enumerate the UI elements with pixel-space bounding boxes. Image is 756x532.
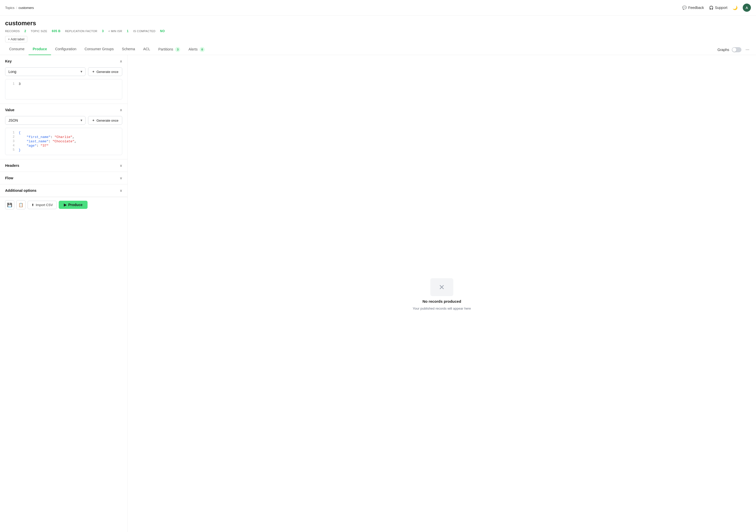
- additional-options-title: Additional options: [5, 189, 37, 192]
- feedback-label: Feedback: [688, 6, 704, 10]
- key-generate-once-button[interactable]: ✦ Generate once: [88, 67, 122, 76]
- tabs-right: Graphs ···: [717, 46, 751, 53]
- produce-icon: ▶: [64, 203, 67, 207]
- value-line-num-3: 3: [9, 139, 14, 143]
- page-header: customers RECORDS 2 TOPIC SIZE 605 B REP…: [0, 15, 756, 42]
- value-code-line-4: 4 "age": "37": [5, 143, 122, 148]
- value-generate-once-button[interactable]: ✦ Generate once: [88, 116, 122, 125]
- partitions-badge: 3: [175, 47, 180, 52]
- support-button[interactable]: 🎧 Support: [709, 6, 727, 10]
- value-line-num-1: 1: [9, 131, 14, 135]
- min-isr-label: < MIN ISR: [108, 30, 122, 33]
- value-section-title: Value: [5, 108, 14, 112]
- breadcrumb-current: customers: [18, 6, 34, 10]
- value-line-num-2: 2: [9, 135, 14, 139]
- key-code-line-1: 1 3: [5, 82, 122, 86]
- value-code-line-5: 5 }: [5, 148, 122, 152]
- support-icon: 🎧: [709, 6, 714, 10]
- add-label-button[interactable]: + Add label: [5, 36, 27, 42]
- value-line-content-1: {: [19, 131, 21, 135]
- save-button[interactable]: 💾: [5, 200, 14, 209]
- tab-consume[interactable]: Consume: [5, 44, 29, 55]
- headers-section: Headers ∨: [0, 159, 127, 172]
- additional-options-header[interactable]: Additional options ∨: [0, 184, 127, 197]
- value-line-content-3: "last_name": "Chocolate",: [19, 139, 76, 143]
- nav-right: 💬 Feedback 🎧 Support 🌙 A: [682, 4, 751, 12]
- flow-section-header[interactable]: Flow ∨: [0, 172, 127, 184]
- main-layout: Key ∧ Long String JSON Avro Protobuf Nul…: [0, 55, 756, 532]
- produce-button[interactable]: ▶ Produce: [59, 201, 88, 209]
- tabs: Consume Produce Configuration Consumer G…: [5, 44, 209, 55]
- more-options-button[interactable]: ···: [744, 46, 751, 53]
- value-line-content-4: "age": "37": [19, 144, 48, 148]
- import-csv-button[interactable]: ⬆ Import CSV: [28, 201, 57, 209]
- key-code-editor[interactable]: 1 3: [5, 79, 122, 99]
- tab-produce[interactable]: Produce: [29, 44, 51, 55]
- key-type-wrapper: Long String JSON Avro Protobuf Null ▼: [5, 67, 86, 76]
- alerts-badge: 0: [200, 47, 205, 52]
- value-section-header[interactable]: Value ∧: [0, 104, 127, 116]
- key-type-select[interactable]: Long String JSON Avro Protobuf Null: [5, 67, 86, 76]
- value-type-wrapper: JSON String Long Avro Protobuf Null ▼: [5, 116, 86, 125]
- value-line-num-5: 5: [9, 148, 14, 152]
- key-line-num-1: 1: [9, 82, 14, 86]
- value-type-select[interactable]: JSON String Long Avro Protobuf Null: [5, 116, 86, 125]
- topic-size-value: 605 B: [52, 29, 61, 33]
- avatar[interactable]: A: [743, 4, 751, 12]
- value-line-content-2: "first_name": "Charlie",: [19, 135, 74, 139]
- key-line-content-1: 3: [19, 82, 21, 86]
- add-label-text: + Add label: [8, 37, 24, 41]
- feedback-icon: 💬: [682, 6, 687, 10]
- is-compacted-value: NO: [160, 29, 165, 33]
- key-section-header[interactable]: Key ∧: [0, 55, 127, 67]
- support-label: Support: [715, 6, 727, 10]
- tab-partitions[interactable]: Partitions 3: [154, 44, 184, 55]
- tab-configuration[interactable]: Configuration: [51, 44, 80, 55]
- meta-row: RECORDS 2 TOPIC SIZE 605 B REPLICATION F…: [5, 29, 751, 33]
- tab-consumer-groups[interactable]: Consumer Groups: [80, 44, 118, 55]
- topic-size-label: TOPIC SIZE: [31, 30, 47, 33]
- records-value: 2: [24, 29, 26, 33]
- value-dropdown-row: JSON String Long Avro Protobuf Null ▼ ✦ …: [5, 116, 122, 125]
- headers-section-title: Headers: [5, 164, 19, 167]
- import-icon: ⬆: [31, 203, 34, 207]
- breadcrumb-parent[interactable]: Topics: [5, 6, 14, 10]
- right-panel: ✕ No records produced Your published rec…: [128, 55, 756, 532]
- key-generate-icon: ✦: [92, 70, 95, 74]
- key-section-body: Long String JSON Avro Protobuf Null ▼ ✦ …: [0, 67, 127, 104]
- no-records-title: No records produced: [422, 299, 461, 303]
- produce-label: Produce: [68, 203, 82, 207]
- tabs-row: Consume Produce Configuration Consumer G…: [0, 44, 756, 55]
- breadcrumb: Topics / customers: [5, 6, 34, 10]
- value-line-num-4: 4: [9, 144, 14, 147]
- feedback-button[interactable]: 💬 Feedback: [682, 6, 704, 10]
- key-chevron-icon: ∧: [120, 59, 122, 63]
- flow-section-title: Flow: [5, 176, 13, 180]
- value-generate-label: Generate once: [96, 118, 119, 122]
- records-label: RECORDS: [5, 30, 20, 33]
- key-section: Key ∧ Long String JSON Avro Protobuf Nul…: [0, 55, 127, 104]
- save-icon: 💾: [7, 202, 12, 207]
- copy-button[interactable]: 📋: [16, 200, 26, 209]
- flow-section: Flow ∨: [0, 172, 127, 184]
- theme-toggle-icon[interactable]: 🌙: [733, 5, 738, 10]
- no-records-panel: ✕ No records produced Your published rec…: [413, 278, 471, 310]
- replication-factor-label: REPLICATION FACTOR: [65, 30, 97, 33]
- value-section: Value ∧ JSON String Long Avro Protobuf N…: [0, 104, 127, 159]
- replication-factor-value: 3: [102, 29, 104, 33]
- graphs-toggle[interactable]: [732, 47, 742, 52]
- key-generate-label: Generate once: [96, 70, 119, 74]
- value-code-editor[interactable]: 1 { 2 "first_name": "Charlie", 3 "last_n…: [5, 128, 122, 155]
- page-title: customers: [5, 20, 751, 27]
- tab-acl[interactable]: ACL: [139, 44, 154, 55]
- min-isr-value: 1: [127, 29, 129, 33]
- value-section-body: JSON String Long Avro Protobuf Null ▼ ✦ …: [0, 116, 127, 159]
- left-panel: Key ∧ Long String JSON Avro Protobuf Nul…: [0, 55, 128, 532]
- tab-alerts[interactable]: Alerts 0: [184, 44, 209, 55]
- additional-options-chevron-icon: ∨: [120, 189, 122, 192]
- value-code-line-3: 3 "last_name": "Chocolate",: [5, 139, 122, 143]
- headers-section-header[interactable]: Headers ∨: [0, 159, 127, 172]
- breadcrumb-separator: /: [16, 6, 17, 10]
- is-compacted-label: IS COMPACTED: [133, 30, 155, 33]
- tab-schema[interactable]: Schema: [118, 44, 139, 55]
